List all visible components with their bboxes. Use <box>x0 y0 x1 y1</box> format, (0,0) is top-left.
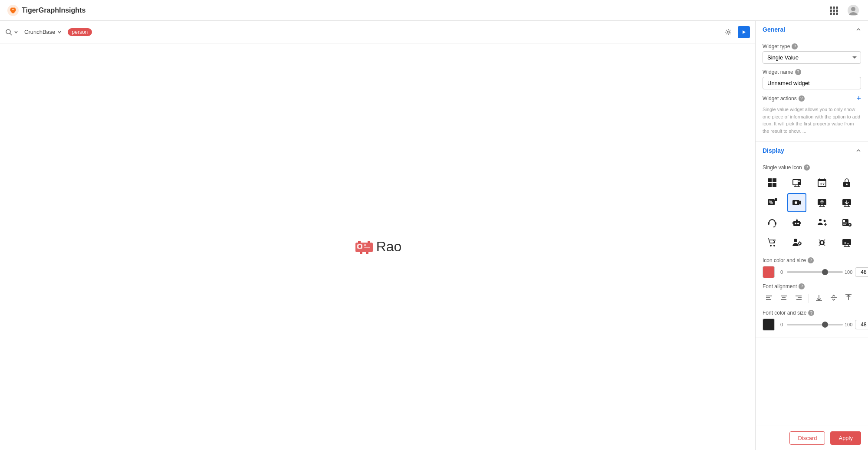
font-size-max: 100 <box>845 322 852 327</box>
search-tag[interactable]: person <box>68 28 92 36</box>
canvas-widget: Rao <box>354 239 402 255</box>
widget-type-select[interactable]: Single Value Table Bar Chart Line Chart … <box>763 51 861 64</box>
grid-icon <box>829 6 838 15</box>
font-color-swatch[interactable] <box>763 319 775 331</box>
logo-icon <box>7 4 19 16</box>
settings-button[interactable] <box>722 26 734 38</box>
svg-rect-45 <box>768 222 769 225</box>
logo-text: TigerGraphInsights <box>22 7 85 14</box>
align-center-button[interactable] <box>777 292 790 305</box>
icon-color-help-icon[interactable]: ? <box>808 257 814 263</box>
icon-cell-person-settings[interactable] <box>787 233 806 252</box>
svg-rect-20 <box>360 252 362 254</box>
icon-label: Single value icon ? <box>763 164 861 171</box>
discard-button[interactable]: Discard <box>789 431 825 445</box>
icon-cell-desktop-code[interactable] <box>837 233 856 252</box>
topbar-right <box>827 3 861 18</box>
align-bottom-icon <box>815 294 822 301</box>
svg-rect-3 <box>836 7 838 9</box>
font-size-min: 0 <box>778 322 785 327</box>
align-left-icon <box>766 294 773 301</box>
icon-cell-cart[interactable] <box>763 233 782 252</box>
grid-icon-button[interactable] <box>827 4 840 17</box>
svg-rect-22 <box>358 241 361 243</box>
general-section-header[interactable]: General <box>756 21 868 38</box>
svg-rect-29 <box>793 180 798 184</box>
font-size-slider[interactable] <box>787 324 843 325</box>
search-input[interactable] <box>95 29 719 35</box>
icon-size-max: 100 <box>845 269 852 275</box>
svg-rect-24 <box>768 178 772 182</box>
db-dropdown-icon <box>57 30 62 34</box>
widget-preview-icon <box>354 239 375 255</box>
run-icon <box>741 30 746 35</box>
svg-rect-30 <box>798 181 800 182</box>
align-top-button[interactable] <box>842 292 855 305</box>
align-separator <box>809 294 809 303</box>
svg-point-49 <box>797 223 799 224</box>
apply-button[interactable]: Apply <box>830 431 861 445</box>
align-left-button[interactable] <box>763 292 776 305</box>
svg-rect-47 <box>793 221 800 226</box>
widget-name-help-icon[interactable]: ? <box>795 69 801 75</box>
svg-point-11 <box>851 7 855 11</box>
icon-size-min: 0 <box>778 269 785 275</box>
icon-help-icon[interactable]: ? <box>804 164 810 171</box>
icon-cell-percent[interactable]: % <box>763 193 782 212</box>
db-selector[interactable]: CrunchBase <box>21 27 65 37</box>
icon-cell-people-arrows[interactable] <box>812 213 832 232</box>
svg-text:%: % <box>769 200 773 205</box>
right-panel: General Widget type ? Single Value Table… <box>755 21 868 450</box>
align-right-button[interactable] <box>792 292 805 305</box>
icon-cell-headset[interactable] <box>763 213 782 232</box>
general-description: Single value widget allows you to only s… <box>763 106 861 135</box>
icon-cell-grid[interactable] <box>763 173 782 192</box>
svg-point-54 <box>819 219 822 221</box>
icon-size-input[interactable]: 48 <box>855 267 868 277</box>
widget-name-input[interactable] <box>763 77 861 89</box>
svg-rect-6 <box>836 10 838 12</box>
add-action-button[interactable]: + <box>856 95 861 102</box>
canvas: Rao <box>0 43 755 450</box>
icon-cell-camera-tv[interactable] <box>787 193 806 212</box>
font-color-help-icon[interactable]: ? <box>808 310 814 316</box>
run-button[interactable] <box>738 26 750 38</box>
icon-color-swatch[interactable] <box>763 266 775 278</box>
svg-rect-18 <box>364 247 370 248</box>
icon-cell-calendar[interactable]: 27 <box>812 173 832 192</box>
align-bottom-button[interactable] <box>812 292 825 305</box>
widget-actions-label: Widget actions ? + <box>763 95 861 102</box>
svg-point-48 <box>795 223 796 224</box>
widget-actions-help-icon[interactable]: ? <box>799 95 805 102</box>
icon-cell-coin-arrows[interactable] <box>812 233 832 252</box>
search-bar: CrunchBase person <box>0 21 755 43</box>
widget-type-help-icon[interactable]: ? <box>792 43 798 49</box>
svg-point-19 <box>358 245 362 248</box>
align-center-icon <box>780 294 787 301</box>
icon-cell-machine-gear[interactable] <box>837 213 856 232</box>
avatar-button[interactable] <box>845 3 861 18</box>
font-alignment-help-icon[interactable]: ? <box>799 283 805 289</box>
settings-icon <box>724 28 732 36</box>
svg-rect-53 <box>800 222 801 224</box>
svg-rect-8 <box>833 13 835 15</box>
icon-cell-monitor-tag[interactable] <box>787 173 806 192</box>
icon-cell-lock[interactable] <box>837 173 856 192</box>
display-title: Display <box>763 147 784 154</box>
search-dropdown-icon[interactable] <box>14 30 18 34</box>
svg-rect-23 <box>368 241 370 243</box>
display-section-header[interactable]: Display <box>756 142 868 159</box>
svg-rect-40 <box>775 198 777 201</box>
align-middle-button[interactable] <box>827 292 840 305</box>
icon-cell-robot[interactable] <box>787 213 806 232</box>
font-size-input[interactable]: 48 <box>855 320 868 329</box>
icon-cell-monitor-arrow[interactable] <box>812 193 832 212</box>
search-left: CrunchBase person <box>5 27 719 37</box>
icon-size-slider[interactable] <box>787 271 843 273</box>
svg-point-63 <box>773 245 775 246</box>
search-actions <box>722 26 750 38</box>
icon-cell-download-screen[interactable] <box>837 193 856 212</box>
svg-rect-57 <box>843 220 845 222</box>
svg-rect-9 <box>836 13 838 15</box>
general-section-body: Widget type ? Single Value Table Bar Cha… <box>756 43 868 141</box>
